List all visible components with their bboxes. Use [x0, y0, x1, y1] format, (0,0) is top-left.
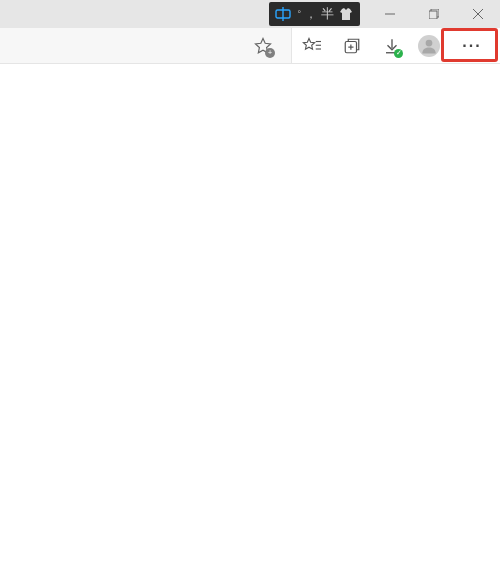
svg-point-14 [426, 39, 433, 46]
profile-button[interactable] [418, 35, 440, 57]
favorites-list-icon [302, 37, 322, 55]
collections-icon [343, 37, 361, 55]
ime-cn-icon [275, 7, 291, 21]
window-titlebar: ° ， 半 [0, 0, 500, 28]
maximize-button[interactable] [412, 0, 456, 28]
download-complete-badge-icon: ✓ [394, 49, 403, 58]
ime-indicator[interactable]: ° ， 半 [269, 2, 360, 26]
ime-half-full-indicator: 半 [321, 5, 334, 23]
star-add-badge-icon: + [265, 48, 275, 58]
ime-punct-indicator: ° [297, 9, 301, 19]
ime-comma-indicator: ， [305, 6, 317, 23]
downloads-button[interactable]: ✓ [372, 28, 412, 64]
collections-button[interactable] [332, 28, 372, 64]
minimize-button[interactable] [368, 0, 412, 28]
address-bar-region[interactable]: + [0, 28, 292, 63]
settings-more-button[interactable]: ··· [446, 29, 498, 63]
svg-rect-3 [429, 11, 437, 19]
close-button[interactable] [456, 0, 500, 28]
ime-skin-icon [338, 7, 354, 21]
browser-toolbar: + ✓ ··· [0, 28, 500, 64]
window-controls [368, 0, 500, 28]
favorites-button[interactable] [292, 28, 332, 64]
profile-icon [420, 37, 438, 55]
more-icon: ··· [462, 37, 481, 55]
page-content-area [0, 64, 500, 574]
add-favorite-button[interactable]: + [243, 28, 283, 64]
